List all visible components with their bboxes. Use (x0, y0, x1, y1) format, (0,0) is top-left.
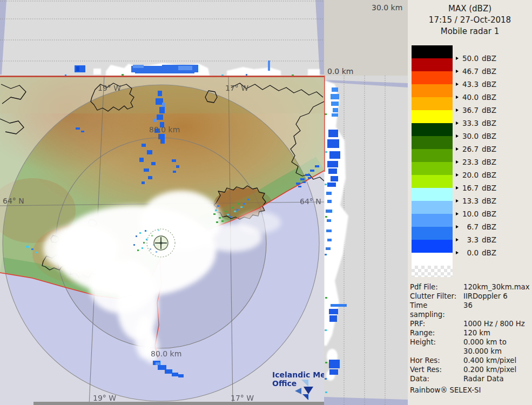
tick-arrow-icon (456, 251, 459, 254)
tick-arrow-icon (456, 173, 459, 177)
legend-swatch (412, 227, 453, 240)
profile-axis-corner: 30.0 km 0.0 km (324, 0, 408, 76)
imo-logo: Icelandic Met Office (272, 370, 332, 401)
info-row: Range:120 km (410, 328, 530, 338)
legend-white-band (412, 253, 453, 266)
range-ring-label-top: 80.0 km (149, 125, 180, 134)
legend-label: 0.0dBZ (456, 248, 496, 257)
lon-label-top-west: 19° W (98, 84, 121, 92)
info-row: Data:Radar Data (410, 374, 530, 383)
lat-label-right: 64° N (300, 197, 321, 206)
legend-swatch (412, 71, 453, 84)
legend-label: 10.0dBZ (456, 210, 496, 218)
product-info-block: Pdf File:120km_30km.maxClutter Filter:II… (410, 282, 530, 395)
legend-label: 13.3dBZ (456, 197, 496, 205)
info-row: Vert Res:0.200 km/pixel (410, 365, 530, 374)
legend-swatch (412, 240, 453, 253)
legend-label: 36.7dBZ (456, 106, 496, 114)
software-name: Rainbow® SELEX-SI (410, 386, 530, 395)
profile-max-height-label: 30.0 km (372, 3, 402, 12)
legend-label: 50.0dBZ (456, 54, 496, 63)
info-row-value: 0.000 km to 30.000 km (463, 338, 530, 356)
info-row-label: Range: (410, 328, 463, 338)
info-row-value: Radar Data (463, 374, 530, 383)
info-row-label: Data: (410, 374, 463, 383)
range-ring-label-bottom: 80.0 km (151, 349, 181, 358)
legend-label: 40.0dBZ (456, 93, 496, 102)
top-height-profile (0, 0, 324, 76)
tick-arrow-icon (456, 186, 459, 190)
info-row-value: IIRDoppler 6 (463, 292, 530, 301)
top-profile-canvas (0, 0, 324, 76)
info-row-value: 1000 Hz / 800 Hz (463, 319, 530, 328)
radar-map[interactable]: 19° W 17° W 80.0 km 64° N 64° N 80.0 km … (0, 76, 324, 405)
legend-swatch (412, 201, 453, 214)
info-row: PRF:1000 Hz / 800 Hz (410, 319, 530, 328)
legend-label: 23.3dBZ (456, 158, 496, 166)
tick-arrow-icon (456, 147, 459, 151)
info-row-label: Time sampling: (410, 301, 463, 319)
info-row: Height:0.000 km to 30.000 km (410, 338, 530, 356)
legend-label: 6.7dBZ (456, 222, 496, 231)
legend-label: 20.0dBZ (456, 171, 496, 179)
legend-label: 46.7dBZ (456, 67, 496, 76)
tick-arrow-icon (456, 109, 459, 112)
legend-swatch (412, 162, 453, 175)
lon-label-bottom-west: 19° W (93, 394, 116, 402)
imo-logo-triangle (295, 388, 301, 394)
right-height-profile (324, 76, 408, 405)
legend-label: 16.7dBZ (456, 184, 496, 192)
profile-min-height-label: 0.0 km (327, 67, 353, 76)
info-row-label: Pdf File: (410, 282, 463, 292)
lat-label-left: 64° N (3, 197, 24, 205)
legend-label: 26.7dBZ (456, 145, 496, 153)
legend-swatch (412, 123, 453, 136)
lon-label-bottom-east: 17° W (231, 394, 254, 402)
tick-arrow-icon (456, 160, 459, 164)
info-row-value: 120km_30km.max (463, 282, 530, 292)
legend-swatch (412, 214, 453, 227)
info-row: Clutter Filter:IIRDoppler 6 (410, 292, 530, 301)
imo-logo-line1: Icelandic Met (272, 370, 332, 379)
legend-transparent-band (412, 266, 453, 277)
product-datetime: 17:15 / 27-Oct-2018 (408, 15, 532, 26)
imo-logo-triangle (302, 394, 308, 400)
legend-label: 43.3dBZ (456, 80, 496, 89)
info-row-label: Clutter Filter: (410, 292, 463, 301)
panel-title-block: MAX (dBZ) 17:15 / 27-Oct-2018 Mobile rad… (408, 3, 532, 37)
info-panel: MAX (dBZ) 17:15 / 27-Oct-2018 Mobile rad… (408, 0, 532, 405)
map-bottom-bar (33, 402, 324, 405)
legend-label: 30.0dBZ (456, 132, 496, 140)
tick-arrow-icon (456, 57, 459, 60)
dbz-color-legend: 50.0dBZ46.7dBZ43.3dBZ40.0dBZ36.7dBZ33.3d… (412, 45, 528, 232)
legend-label: 3.3dBZ (456, 235, 496, 244)
tick-arrow-icon (456, 225, 459, 228)
legend-swatch (412, 188, 453, 201)
tick-arrow-icon (456, 122, 459, 125)
info-row-label: Hor Res: (410, 356, 463, 365)
tick-arrow-icon (456, 70, 459, 73)
legend-swatch (412, 136, 453, 149)
tick-arrow-icon (456, 134, 459, 138)
legend-swatch (412, 97, 453, 110)
radar-display-window: 30.0 km 0.0 km (0, 0, 532, 405)
tick-arrow-icon (456, 199, 459, 202)
info-row-label: Height: (410, 338, 463, 356)
info-row-label: Vert Res: (410, 365, 463, 374)
tick-arrow-icon (456, 212, 459, 215)
legend-swatch (412, 175, 453, 188)
right-profile-canvas (324, 76, 408, 405)
legend-swatch (412, 110, 453, 123)
imo-logo-triangle (304, 387, 313, 394)
info-row-value: 36 (463, 301, 530, 319)
info-row-value: 0.200 km/pixel (463, 365, 530, 374)
legend-swatch (412, 149, 453, 162)
product-title: MAX (dBZ) (408, 3, 532, 15)
radar-site-marker (147, 229, 175, 257)
radar-name: Mobile radar 1 (408, 26, 532, 37)
tick-arrow-icon (456, 96, 459, 99)
legend-label: 33.3dBZ (456, 119, 496, 127)
tick-arrow-icon (456, 83, 459, 86)
imo-logo-triangle (301, 380, 308, 387)
tick-arrow-icon (456, 238, 459, 241)
